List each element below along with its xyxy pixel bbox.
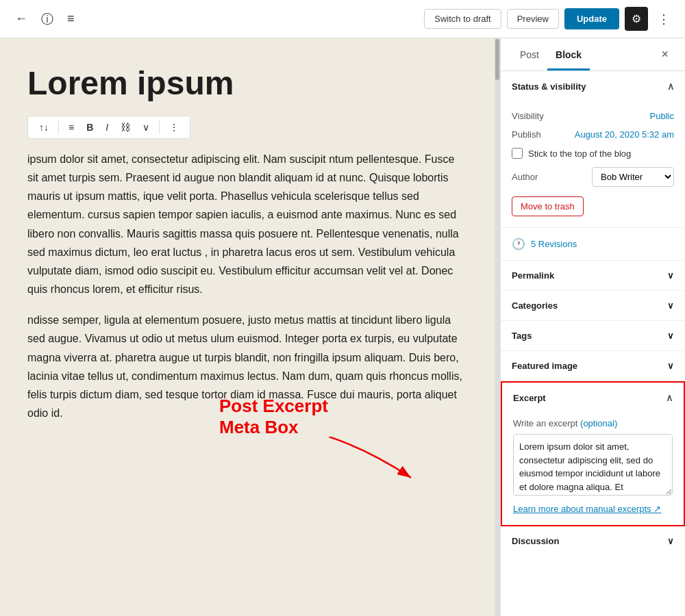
more-rich-text-button[interactable]: ∨: [137, 119, 155, 136]
toolbar-left: ← ⓘ ≡: [11, 7, 79, 31]
settings-button[interactable]: ⚙: [625, 7, 648, 31]
excerpt-label: Write an excerpt (optional): [513, 418, 673, 428]
sidebar-tabs: Post Block ×: [501, 38, 685, 71]
excerpt-textarea[interactable]: Lorem ipsum dolor sit amet, consectetur …: [513, 434, 673, 496]
align-button[interactable]: ≡: [63, 119, 79, 136]
status-visibility-chevron: ∧: [667, 81, 674, 92]
permalink-chevron: ∨: [667, 270, 674, 281]
tags-section[interactable]: Tags ∨: [501, 321, 685, 351]
editor-content: Lorem ipsum ↑↓ ≡ B I ⛓ ∨ ⋮ ipsum dolor s…: [27, 66, 467, 422]
status-visibility-section: Status & visibility ∧ Visibility Public …: [501, 71, 685, 228]
tags-title: Tags: [512, 331, 532, 341]
stick-label: Stick to the top of the blog: [528, 149, 631, 159]
excerpt-section: Excerpt ∧ Write an excerpt (optional) Lo…: [501, 381, 685, 526]
trash-button[interactable]: Move to trash: [512, 196, 584, 216]
featured-image-section[interactable]: Featured image ∨: [501, 351, 685, 381]
scroll-thumb: [495, 39, 499, 80]
stick-row: Stick to the top of the blog: [512, 144, 674, 163]
separator-2: [159, 120, 160, 134]
preview-button[interactable]: Preview: [507, 9, 559, 29]
sidebar-close-button[interactable]: ×: [656, 44, 674, 64]
author-row: Author Bob Writer: [512, 163, 674, 191]
featured-image-chevron: ∨: [667, 361, 674, 371]
editor-area[interactable]: Lorem ipsum ↑↓ ≡ B I ⛓ ∨ ⋮ ipsum dolor s…: [0, 38, 495, 616]
separator-1: [58, 120, 59, 134]
toolbar-right: Switch to draft Preview Update ⚙ ⋮: [424, 7, 674, 31]
back-button[interactable]: ←: [11, 8, 32, 30]
bold-button[interactable]: B: [81, 119, 99, 136]
sidebar: Post Block × Status & visibility ∧ Visib…: [500, 38, 685, 616]
post-title[interactable]: Lorem ipsum: [27, 66, 467, 102]
revisions-count: 5: [531, 239, 536, 249]
categories-section[interactable]: Categories ∨: [501, 291, 685, 321]
main-layout: Lorem ipsum ↑↓ ≡ B I ⛓ ∨ ⋮ ipsum dolor s…: [0, 38, 685, 616]
update-button[interactable]: Update: [564, 8, 619, 29]
info-button[interactable]: ⓘ: [37, 7, 58, 31]
formatting-bar: ↑↓ ≡ B I ⛓ ∨ ⋮: [27, 116, 190, 139]
excerpt-title: Excerpt: [513, 393, 546, 403]
publish-row: Publish August 20, 2020 5:32 am: [512, 125, 674, 144]
italic-button[interactable]: I: [100, 119, 114, 136]
post-body-1[interactable]: ipsum dolor sit amet, consectetur adipis…: [27, 150, 467, 299]
revisions-icon: 🕐: [512, 238, 525, 251]
tab-group: Post Block: [512, 38, 590, 70]
visibility-row: Visibility Public: [512, 107, 674, 125]
more-menu-button[interactable]: ⋮: [653, 8, 674, 31]
list-view-button[interactable]: ≡: [63, 8, 79, 30]
categories-chevron: ∨: [667, 300, 674, 311]
editor-scrollbar[interactable]: [495, 38, 500, 616]
visibility-value[interactable]: Public: [650, 111, 674, 121]
featured-image-title: Featured image: [512, 361, 577, 371]
author-select[interactable]: Bob Writer: [592, 167, 674, 187]
permalink-title: Permalink: [512, 270, 554, 281]
categories-title: Categories: [512, 300, 558, 311]
status-visibility-header[interactable]: Status & visibility ∧: [501, 71, 685, 101]
top-toolbar: ← ⓘ ≡ Switch to draft Preview Update ⚙ ⋮: [0, 0, 685, 38]
stick-checkbox[interactable]: [512, 148, 523, 159]
switch-draft-button[interactable]: Switch to draft: [424, 9, 501, 29]
status-visibility-title: Status & visibility: [512, 81, 586, 92]
link-button[interactable]: ⛓: [115, 119, 136, 136]
revisions-link[interactable]: 5 Revisions: [531, 239, 577, 249]
publish-label: Publish: [512, 129, 541, 140]
tags-chevron: ∨: [667, 331, 674, 341]
tab-block[interactable]: Block: [547, 38, 590, 70]
tab-post[interactable]: Post: [512, 38, 547, 70]
permalink-section[interactable]: Permalink ∨: [501, 261, 685, 291]
discussion-title: Discussion: [512, 536, 559, 546]
excerpt-body: Write an excerpt (optional) Lorem ipsum …: [502, 413, 684, 525]
revisions-row: 🕐 5 Revisions: [501, 228, 685, 261]
excerpt-optional: (optional): [580, 418, 617, 428]
annotation-arrow: [329, 437, 418, 485]
post-body-2[interactable]: ndisse semper, ligula at elementum posue…: [27, 311, 467, 422]
excerpt-chevron: ∧: [666, 392, 673, 403]
visibility-label: Visibility: [512, 111, 544, 121]
status-visibility-body: Visibility Public Publish August 20, 202…: [501, 101, 685, 227]
author-label: Author: [512, 172, 538, 182]
learn-more-link[interactable]: Learn more about manual excerpts ↗: [513, 504, 673, 514]
revisions-label: Revisions: [538, 239, 577, 249]
block-options-button[interactable]: ⋮: [164, 119, 184, 136]
discussion-chevron: ∨: [667, 536, 674, 546]
discussion-section[interactable]: Discussion ∨: [501, 526, 685, 556]
publish-value[interactable]: August 20, 2020 5:32 am: [575, 129, 674, 140]
block-mover-button[interactable]: ↑↓: [34, 119, 54, 136]
excerpt-header[interactable]: Excerpt ∧: [502, 383, 684, 413]
